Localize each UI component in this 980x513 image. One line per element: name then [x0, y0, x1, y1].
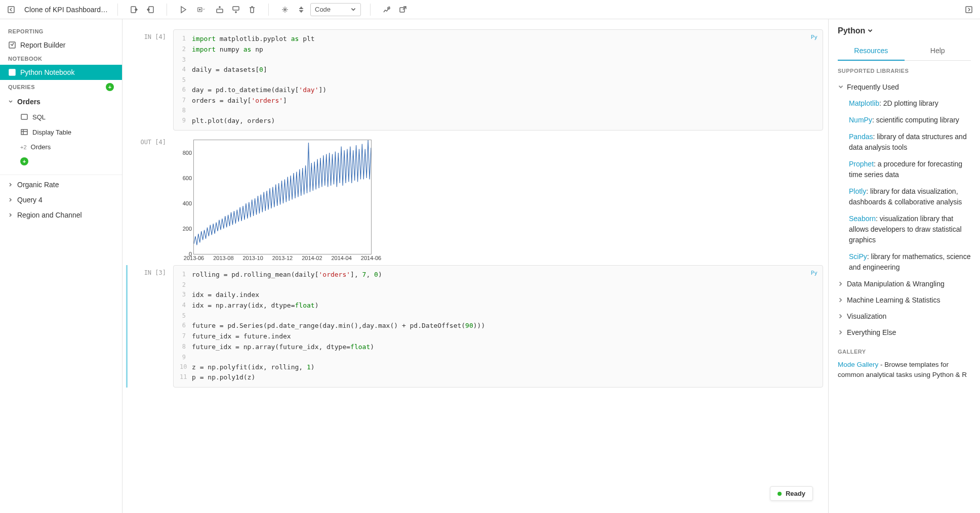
library-group[interactable]: Visualization [838, 308, 971, 324]
left-sidebar: REPORTING Report Builder NOTEBOOK Python… [0, 19, 123, 513]
star-button[interactable] [278, 3, 292, 17]
notebook-section-label: NOTEBOOK [0, 53, 122, 65]
sidebar-item-orders[interactable]: Orders [0, 94, 122, 109]
merge-button[interactable] [294, 3, 308, 17]
svg-rect-6 [233, 7, 239, 10]
library-item[interactable]: Prophet: a procedure for forecasting tim… [838, 156, 971, 183]
run-options-button[interactable] [192, 3, 211, 17]
group-label: Frequently Used [847, 83, 899, 91]
sidebar-item-orders-sub[interactable]: +2 Orders [0, 140, 122, 154]
library-group[interactable]: Machine Learning & Statistics [838, 292, 971, 308]
library-item[interactable]: Plotly: library for data visualization, … [838, 183, 971, 210]
cell-in-4[interactable]: IN [4] Py 1import matplotlib.pyplot as p… [128, 29, 823, 131]
sidebar-item-query4[interactable]: Query 4 [0, 192, 122, 207]
svg-rect-12 [21, 114, 27, 119]
library-item[interactable]: SciPy: library for mathematics, science … [838, 248, 971, 276]
language-badge: Py [811, 269, 818, 278]
tab-help[interactable]: Help [905, 41, 971, 60]
add-query-button[interactable]: + [106, 83, 114, 91]
open-external-button[interactable] [396, 3, 410, 17]
library-item[interactable]: NumPy: scientific computing library [838, 112, 971, 129]
document-title[interactable]: Clone of KPI Dashboard: SQ... [21, 6, 112, 14]
cell-type-value: Code [315, 6, 331, 13]
code-input[interactable]: Py 1import matplotlib.pyplot as plt2impo… [173, 29, 823, 131]
sidebar-item-label: Orders [17, 98, 40, 106]
library-item[interactable]: Pandas: library of data structures and d… [838, 129, 971, 156]
cell-prompt: IN [4] [128, 29, 173, 131]
sidebar-item-python-notebook[interactable]: Python Notebook [0, 65, 122, 80]
library-item[interactable]: Seaborn: visualization library that allo… [838, 210, 971, 248]
environment-label: Python [838, 26, 865, 35]
sidebar-item-label: Report Builder [20, 41, 66, 49]
sidebar-item-region-channel[interactable]: Region and Channel [0, 207, 122, 223]
collapse-right-button[interactable] [962, 3, 976, 17]
queries-section-label: QUERIES [8, 84, 35, 90]
gallery-label: GALLERY [838, 349, 971, 355]
environment-dropdown[interactable]: Python [838, 26, 971, 35]
chevron-down-icon [867, 28, 873, 34]
library-group[interactable]: Everything Else [838, 324, 971, 340]
code-input[interactable]: Py 1rolling = pd.rolling_mean(daily['ord… [173, 265, 823, 388]
cell-prompt: IN [3] [128, 265, 173, 388]
add-sub-button[interactable]: + [20, 157, 28, 165]
status-dot-icon [778, 492, 782, 496]
library-group[interactable]: Data Manipulation & Wrangling [838, 276, 971, 292]
kernel-status: Ready [770, 486, 813, 501]
group-frequently-used[interactable]: Frequently Used [838, 79, 971, 95]
cell-out-4: OUT [4] 0200400600800 2013-062013-082013… [128, 135, 823, 261]
sidebar-item-label: Display Table [32, 129, 71, 136]
add-cell-below-button[interactable] [229, 3, 243, 17]
sidebar-item-label: Orders [31, 143, 51, 151]
chevron-down-icon [838, 84, 844, 90]
run-button[interactable] [176, 3, 190, 17]
chevron-right-icon [8, 182, 13, 188]
notebook-area: IN [4] Py 1import matplotlib.pyplot as p… [123, 19, 828, 513]
cell-in-3[interactable]: IN [3] Py 1rolling = pd.rolling_mean(dai… [126, 265, 823, 388]
svg-rect-5 [217, 9, 223, 13]
notebook-icon [8, 68, 16, 76]
library-item[interactable]: Matplotlib: 2D plotting library [838, 95, 971, 112]
svg-rect-0 [8, 7, 14, 13]
sidebar-item-organic-rate[interactable]: Organic Rate [0, 177, 122, 192]
report-builder-icon [8, 41, 16, 49]
svg-rect-9 [966, 7, 972, 13]
back-button[interactable] [4, 3, 18, 17]
chart-settings-button[interactable] [380, 3, 394, 17]
sidebar-item-report-builder[interactable]: Report Builder [0, 37, 122, 53]
supported-libraries-label: SUPPORTED LIBRARIES [838, 68, 971, 74]
mode-gallery-link[interactable]: Mode Gallery [838, 361, 878, 368]
add-cell-above-button[interactable] [213, 3, 227, 17]
orders-count-badge: +2 [20, 144, 27, 150]
delete-cell-button[interactable] [245, 3, 259, 17]
sidebar-item-label: Query 4 [17, 196, 43, 204]
top-toolbar: Clone of KPI Dashboard: SQ... Code [0, 0, 980, 19]
sidebar-item-sql[interactable]: SQL [0, 109, 122, 124]
cell-prompt: OUT [4] [128, 135, 173, 261]
gallery-description: Mode Gallery - Browse templates for comm… [838, 360, 971, 380]
import-button[interactable] [127, 3, 141, 17]
chart-output: 0200400600800 2013-062013-082013-102013-… [193, 140, 372, 254]
status-text: Ready [786, 490, 805, 497]
sidebar-item-label: Python Notebook [20, 68, 74, 76]
svg-rect-11 [9, 69, 15, 75]
sidebar-item-label: Organic Rate [17, 181, 59, 189]
svg-point-4 [199, 9, 200, 10]
export-button[interactable] [143, 3, 157, 17]
line-chart [194, 140, 371, 254]
table-icon [20, 128, 28, 136]
sidebar-item-label: SQL [32, 113, 46, 121]
cell-type-dropdown[interactable]: Code [310, 3, 361, 16]
reporting-section-label: REPORTING [0, 25, 122, 37]
tab-resources[interactable]: Resources [838, 41, 905, 61]
sidebar-item-label: Region and Channel [17, 211, 82, 219]
chevron-down-icon [8, 99, 13, 105]
sidebar-item-display-table[interactable]: Display Table [0, 124, 122, 140]
sql-icon [20, 113, 28, 121]
right-sidebar: Python Resources Help SUPPORTED LIBRARIE… [828, 19, 980, 513]
chevron-right-icon [8, 197, 13, 203]
language-badge: Py [811, 33, 818, 42]
chevron-right-icon [8, 212, 13, 218]
svg-rect-13 [21, 130, 27, 135]
chevron-down-icon [350, 7, 356, 13]
